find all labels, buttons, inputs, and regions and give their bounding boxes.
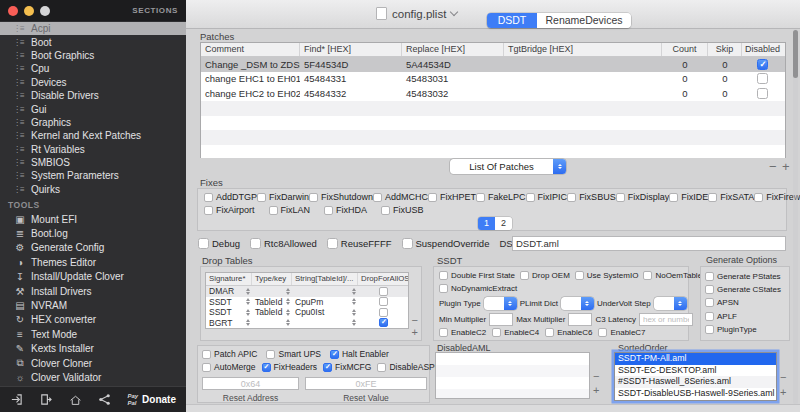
column-header-signature[interactable]: Signature* [206, 273, 252, 285]
undervolt-step-dropdown[interactable] [654, 297, 687, 310]
checkbox[interactable] [266, 350, 275, 359]
disabled-checkbox[interactable] [757, 73, 768, 84]
patch-row[interactable]: Change _DSM to ZDSM 5F44534D 5A44534D 0 … [201, 57, 785, 72]
sidebar-item-boot-graphics[interactable]: ⋮≡Boot Graphics [0, 49, 186, 62]
dropforallos-checkbox[interactable] [379, 308, 388, 317]
tool-nvram[interactable]: ▤NVRAM [0, 298, 186, 312]
donate-button[interactable]: PayPal Donate [127, 393, 176, 406]
checkbox[interactable] [324, 206, 333, 215]
stepper-icon[interactable] [245, 319, 250, 326]
reuseffff-checkbox[interactable]: ReuseFFFF [327, 238, 392, 249]
checkbox[interactable] [402, 238, 413, 249]
scrollbar-track[interactable] [793, 29, 798, 404]
dropforallos-checkbox[interactable] [379, 287, 388, 296]
add-disabled-aml-button[interactable]: + [593, 385, 599, 395]
generate-cstates-checkbox[interactable]: Generate CStates [701, 283, 789, 296]
suspendoverride-checkbox[interactable]: SuspendOverride [402, 238, 490, 249]
checkbox[interactable] [202, 363, 211, 372]
checkbox[interactable] [616, 193, 625, 202]
checkbox[interactable] [520, 271, 529, 280]
sidebar-item-acpi[interactable]: ⋮≡Acpi [0, 22, 186, 35]
sorted-order-item[interactable]: SSDT-PM-All.aml [615, 353, 776, 365]
checkbox[interactable] [439, 284, 448, 293]
dsdt-name-input[interactable] [512, 236, 786, 251]
checkbox[interactable] [262, 363, 271, 372]
enablec6-checkbox[interactable]: EnableC6 [545, 328, 592, 337]
tool-clover-cloner[interactable]: ⧉Clover Cloner [0, 356, 186, 370]
disabled-checkbox[interactable] [757, 59, 768, 70]
checkbox[interactable] [381, 206, 390, 215]
tool-install-drivers[interactable]: ⚒Install Drivers [0, 284, 186, 298]
stepper-icon[interactable] [351, 309, 356, 316]
generate-pstates-checkbox[interactable]: Generate PStates [701, 270, 789, 283]
fix-fixsata[interactable]: FixSATA [708, 192, 754, 202]
checkbox[interactable] [202, 350, 211, 359]
list-of-patches-dropdown[interactable]: List Of Patches [450, 159, 566, 174]
smart-ups-checkbox[interactable]: Smart UPS [266, 349, 321, 359]
checkbox[interactable] [439, 271, 448, 280]
checkbox[interactable] [705, 312, 714, 321]
checkbox[interactable] [373, 193, 382, 202]
aplf-checkbox[interactable]: APLF [701, 310, 789, 323]
column-header-find[interactable]: Find* [HEX] [300, 43, 402, 56]
checkbox[interactable] [705, 272, 714, 281]
remove-sorted-order-button[interactable]: − [780, 372, 786, 382]
fix-fakelpc[interactable]: FakeLPC [476, 192, 526, 202]
automerge-checkbox[interactable]: AutoMerge [202, 362, 256, 372]
sidebar-item-system-parameters[interactable]: ⋮≡System Parameters [0, 169, 186, 182]
halt-enabler-checkbox[interactable]: Halt Enabler [330, 349, 389, 359]
fix-fixusb[interactable]: FixUSB [381, 205, 424, 215]
stepper-icon[interactable] [351, 288, 356, 295]
add-drop-table-button[interactable]: + [412, 327, 418, 337]
sorted-order-item[interactable]: SSDT-DisableUSB-Haswell-9Series.aml [615, 388, 776, 400]
checkbox[interactable] [669, 193, 678, 202]
rtc8allowed-checkbox[interactable]: Rtc8Allowed [250, 238, 317, 249]
sidebar-item-kernel-kext-patches[interactable]: ⋮≡Kernel and Kext Patches [0, 129, 186, 142]
column-header-count[interactable]: Count [662, 43, 708, 56]
plugintype-checkbox[interactable]: PluginType [701, 323, 789, 336]
checkbox[interactable] [705, 298, 714, 307]
fix-fixlan[interactable]: FixLAN [269, 205, 311, 215]
drop-table-row[interactable]: SSDT TableId CpuPm [206, 297, 408, 308]
checkbox[interactable] [643, 271, 652, 280]
disabled-checkbox[interactable] [757, 88, 768, 99]
drop-table-row[interactable]: DMAR [206, 286, 408, 297]
fix-addmchc[interactable]: AddMCHC [373, 192, 428, 202]
page-1-button[interactable]: 1 [478, 217, 495, 230]
scrollbar-thumb[interactable] [793, 30, 798, 78]
checkbox[interactable] [526, 193, 535, 202]
use-systemio-checkbox[interactable]: Use SystemIO [575, 271, 639, 280]
checkbox[interactable] [598, 328, 607, 337]
sidebar-item-boot[interactable]: ⋮≡Boot [0, 35, 186, 48]
add-patch-button[interactable]: + [782, 162, 790, 172]
stepper-icon[interactable] [351, 319, 356, 326]
double-first-state-checkbox[interactable]: Double First State [439, 271, 515, 280]
tool-boot-log[interactable]: ≣Boot.log [0, 226, 186, 240]
drop-table-row[interactable]: SSDT TableId Cpu0Ist [206, 307, 408, 318]
stepper-icon[interactable] [245, 309, 250, 316]
nooemtableid-checkbox[interactable]: NoOemTableId [643, 271, 708, 280]
import-icon[interactable] [10, 393, 23, 406]
title-cluster[interactable]: config.plist [376, 7, 457, 20]
dropforallos-checkbox[interactable] [379, 318, 388, 327]
checkbox[interactable] [309, 193, 318, 202]
sidebar-item-devices[interactable]: ⋮≡Devices [0, 76, 186, 89]
stepper-icon[interactable] [285, 298, 290, 305]
checkbox[interactable] [708, 193, 717, 202]
sidebar-item-gui[interactable]: ⋮≡Gui [0, 102, 186, 115]
stepper-icon[interactable] [245, 288, 250, 295]
enablec7-checkbox[interactable]: EnableC7 [598, 328, 645, 337]
reset-value-field[interactable] [305, 377, 427, 390]
tool-hex-converter[interactable]: ↻HEX converter [0, 313, 186, 327]
checkbox[interactable] [567, 193, 576, 202]
sorted-order-item[interactable]: SSDT-EC-DESKTOP.aml [615, 365, 776, 377]
column-header-replace[interactable]: Replace [HEX] [402, 43, 504, 56]
tab-dsdt[interactable]: DSDT [487, 13, 537, 28]
drop-oem-checkbox[interactable]: Drop OEM [520, 271, 570, 280]
checkbox[interactable] [269, 206, 278, 215]
tab-renamedevices[interactable]: RenameDevices [537, 13, 631, 28]
page-2-button[interactable]: 2 [495, 217, 512, 230]
patch-apic-checkbox[interactable]: Patch APIC [202, 349, 257, 359]
fix-fixide[interactable]: FixIDE [669, 192, 708, 202]
add-sorted-order-button[interactable]: + [780, 387, 786, 397]
